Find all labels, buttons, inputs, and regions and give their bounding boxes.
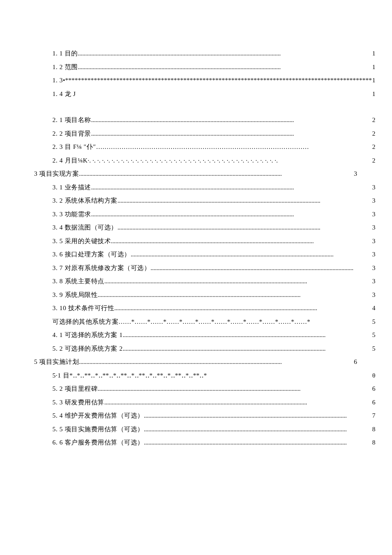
toc-entry-label: 3. 1 业务描述	[52, 181, 91, 195]
toc-entry: 可选择的其他系统方案5	[34, 315, 375, 329]
toc-page-number: 5	[372, 342, 376, 356]
toc-entry: 3. 7 对原有系统修改方案（可选）3	[34, 262, 375, 275]
toc-page-number: 3	[372, 262, 376, 275]
toc-page-number: 4	[372, 302, 376, 315]
toc-leader	[123, 328, 372, 342]
toc-entry: 3. 4 数据流图（可选）3	[34, 221, 375, 235]
toc-page-number: 1	[372, 61, 376, 74]
toc-page-number: 3	[372, 181, 376, 195]
toc-page-number: 3	[372, 208, 376, 221]
toc-entry: 3 项目实现方案 3	[34, 167, 357, 181]
toc-leader	[104, 140, 372, 154]
toc-page-number: 3	[372, 275, 376, 288]
toc-entry-label: 1. 2 范围	[52, 61, 78, 74]
toc-leader	[150, 262, 371, 275]
toc-entry: 3. 6 接口处理方案（可选）3	[34, 248, 375, 262]
toc-entry: 2. 1 项目名称 2	[34, 113, 375, 127]
toc-page-number: 8	[372, 436, 376, 450]
toc-entry-label: 3. 4 数据流图（可选）	[52, 221, 118, 235]
toc-entry-label: 5. 4 维护开发费用估算（可选）	[52, 409, 144, 423]
toc-entry: 5. 2 可选择的系统方案 25	[34, 342, 375, 356]
toc-entry: 3. 8 系统主要特点3	[34, 275, 375, 288]
toc-leader	[91, 208, 372, 221]
toc-entry: 2. 3 目 F⅛ "仆″…. 2	[34, 140, 375, 154]
toc-entry: 3. 5 采用的关键技术3	[34, 235, 375, 248]
toc-leader	[98, 288, 371, 302]
toc-leader	[98, 382, 371, 396]
toc-page-number: 1	[372, 47, 376, 61]
toc-leader	[123, 342, 372, 356]
toc-entry: 1. 4 龙 J1	[34, 87, 375, 101]
toc-leader	[91, 181, 372, 195]
toc-leader	[91, 127, 372, 141]
toc-entry: 2. 2 项目背景2	[34, 127, 375, 141]
toc-entry: 4. 1 可选择的系统方案 1 5	[34, 328, 375, 342]
toc-entry-label: 4. 1 可选择的系统方案 1	[52, 328, 123, 342]
toc-entry-label: 1. 3	[52, 74, 63, 87]
toc-entry-label: 3. 3 功能需求	[52, 208, 91, 221]
toc-entry: 1. 1 目的1	[34, 47, 375, 61]
toc-page-number: 8	[372, 423, 376, 436]
toc-entry: 5. 3 研发费用估算6	[34, 396, 375, 410]
toc-page-number: 3	[372, 248, 376, 262]
toc-entry-label: 6. 6 客户服务费用估算（可选）	[52, 436, 144, 450]
toc-entry-label: 3 项目实现方案	[34, 167, 79, 181]
toc-page-number: 2	[372, 127, 376, 141]
toc-entry-label: 5. 5 项目实施费用估算（可选）	[52, 423, 144, 436]
document-page: 1. 1 目的11. 2 范围11. 3 11. 4 龙 J12. 1 项目名称…	[0, 0, 392, 555]
toc-entry-label: 3. 7 对原有系统修改方案（可选）	[52, 262, 150, 275]
toc-page-number: 6	[372, 396, 376, 410]
toc-leader	[144, 409, 372, 423]
toc-entry-label: 1. 4 龙 J	[52, 87, 76, 101]
toc-entry-label: 5 项目实施计划	[34, 355, 79, 369]
toc-entry-label: 2. 4 月目⅛K	[52, 154, 88, 168]
toc-page-number: 5	[372, 328, 376, 342]
toc-page-number: 6	[372, 382, 376, 396]
toc-entry: 6. 6 客户服务费用估算（可选）8	[34, 436, 375, 450]
toc-entry-label: 2. 3 目 F⅛ "仆″….	[52, 140, 104, 154]
toc-page-number: 2	[372, 113, 376, 127]
toc-entry: 1. 3 1	[34, 74, 375, 87]
toc-leader	[144, 423, 372, 436]
toc-leader	[118, 221, 372, 235]
toc-entry-label: 可选择的其他系统方案	[52, 315, 118, 329]
toc-entry-label: 5. 3 研发费用估算	[52, 396, 104, 410]
toc-entry: 2. 4 月目⅛K2	[34, 154, 375, 168]
toc-page-number: 2	[372, 140, 376, 154]
toc-leader	[114, 302, 371, 315]
toc-page-number: 2	[372, 154, 376, 168]
toc-leader	[69, 369, 372, 383]
toc-entry: 3. 9 系统局限性3	[34, 288, 375, 302]
toc-entry: 3. 2 系统体系结构方案3	[34, 194, 375, 208]
toc-entry-label: 5·1 目	[52, 369, 69, 383]
toc-page-number: 1	[372, 74, 376, 87]
toc-page-number: θ	[372, 369, 375, 383]
toc-page-number: 3	[372, 235, 376, 248]
toc-leader	[78, 47, 372, 61]
toc-entry: 3. 10 技术条件可行性4	[34, 302, 375, 315]
toc-entry-label: 1. 1 目的	[52, 47, 78, 61]
toc-leader	[144, 436, 372, 450]
toc-page-number: 3	[372, 288, 376, 302]
toc-leader	[131, 248, 372, 262]
toc-entry-label: 3. 8 系统主要特点	[52, 275, 104, 288]
toc-entry: 5 项目实施计划 6	[34, 355, 357, 369]
toc-leader	[104, 275, 372, 288]
toc-leader	[63, 74, 372, 87]
toc-leader	[111, 235, 371, 248]
toc-page-number: 3	[372, 194, 376, 208]
toc-entry-label: 3. 9 系统局限性	[52, 288, 98, 302]
toc-entry-label: 5. 2 可选择的系统方案 2	[52, 342, 123, 356]
toc-page-number: 3	[372, 221, 376, 235]
toc-entry: 1. 2 范围1	[34, 61, 375, 74]
toc-entry-label: 3. 6 接口处理方案（可选）	[52, 248, 131, 262]
toc-entry-label: 2. 1 项目名称	[52, 113, 91, 127]
toc-page-number: 7	[372, 409, 376, 423]
toc-entry: 5. 4 维护开发费用估算（可选）7	[34, 409, 375, 423]
toc-entry-label: 3. 5 采用的关键技术	[52, 235, 111, 248]
toc-page-number: 3	[353, 167, 357, 181]
toc-page-number: 1	[372, 87, 376, 101]
toc-entry: 3. 1 业务描述3	[34, 181, 375, 195]
toc-leader	[79, 167, 353, 181]
toc-leader	[118, 315, 372, 329]
